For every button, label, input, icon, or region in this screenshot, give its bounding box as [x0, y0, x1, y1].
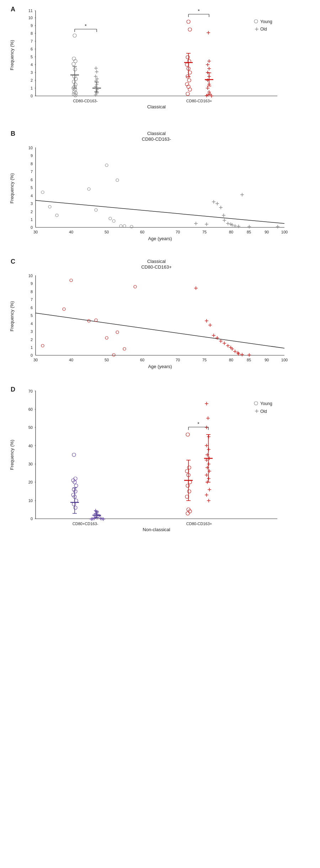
svg-text:80: 80	[229, 230, 233, 234]
svg-point-84	[186, 92, 190, 96]
scatter-old-C	[194, 286, 251, 357]
svg-text:30: 30	[33, 358, 38, 362]
svg-point-218	[123, 347, 126, 350]
svg-text:*: *	[197, 421, 199, 427]
legend-young-label-D: Young	[260, 401, 272, 406]
svg-point-155	[123, 225, 126, 227]
svg-text:8: 8	[31, 31, 33, 36]
panel-B-svg: B Classical CD80-CD163- 0 1 2 3 4 5 6 7 …	[7, 128, 313, 245]
svg-text:60: 60	[28, 407, 33, 411]
svg-point-83	[188, 88, 192, 91]
svg-text:90: 90	[265, 230, 269, 234]
svg-text:8: 8	[31, 162, 33, 166]
svg-text:3: 3	[31, 70, 33, 75]
panel-B-title1: Classical	[147, 131, 166, 136]
panel-C: C Classical CD80-CD163+ 0 1 2 3 4 5 6 7 …	[7, 256, 313, 373]
cd163plus-old-dots	[205, 402, 211, 502]
svg-point-151	[109, 217, 112, 220]
x-tick-1-D: CD80+CD163-	[73, 522, 98, 526]
svg-point-214	[95, 319, 97, 322]
svg-text:40: 40	[69, 230, 73, 234]
panel-B: B Classical CD80-CD163- 0 1 2 3 4 5 6 7 …	[7, 128, 313, 245]
scatter-old-B	[194, 193, 279, 228]
x-axis-label-B: Age (years)	[148, 236, 172, 241]
svg-point-38	[73, 90, 76, 93]
svg-text:30: 30	[33, 230, 38, 234]
svg-point-154	[119, 225, 122, 227]
legend-old-label-D: Old	[260, 409, 267, 414]
svg-point-212	[70, 279, 73, 282]
y-axis-label-C: Frequency (%)	[9, 301, 15, 331]
scatter-young-B	[41, 164, 133, 228]
svg-point-210	[41, 344, 44, 347]
svg-text:4: 4	[31, 63, 33, 67]
svg-point-72	[187, 20, 190, 23]
svg-point-278	[72, 502, 76, 506]
svg-text:1: 1	[31, 217, 33, 222]
svg-text:1: 1	[31, 345, 33, 350]
svg-point-74	[186, 55, 190, 59]
cd80pos-old-dots	[205, 31, 213, 98]
regression-line-B	[36, 200, 284, 223]
svg-text:2: 2	[31, 78, 33, 82]
svg-text:0: 0	[31, 353, 33, 357]
svg-text:4: 4	[31, 194, 33, 198]
scatter-young-C	[41, 279, 137, 356]
svg-point-217	[116, 331, 119, 334]
svg-text:10: 10	[28, 498, 33, 503]
svg-point-313	[187, 466, 191, 469]
x-axis-label-A: Classical	[147, 104, 166, 109]
figure-container: A 0 1 2 3 4	[0, 0, 320, 554]
panel-D-svg: D 0 10 20 30 40 50 60	[7, 384, 313, 540]
svg-text:6: 6	[31, 306, 33, 310]
svg-text:9: 9	[31, 281, 33, 286]
y-axis-C: 0 1 2 3 4 5 6 7 8 9 10	[28, 274, 33, 357]
svg-text:0: 0	[31, 517, 33, 521]
svg-text:5: 5	[31, 55, 33, 59]
y-axis-label-A: Frequency (%)	[9, 40, 15, 70]
svg-text:2: 2	[31, 210, 33, 214]
svg-point-147	[55, 214, 58, 217]
panel-C-title1: Classical	[147, 259, 166, 264]
svg-text:70: 70	[176, 358, 180, 362]
y-axis: 0 1 2 3 4 5 6 7	[28, 9, 36, 98]
svg-text:60: 60	[140, 358, 144, 362]
svg-text:7: 7	[31, 169, 33, 174]
svg-text:10: 10	[28, 16, 33, 20]
svg-text:6: 6	[31, 178, 33, 182]
x-tick-1-A: CD80-CD163-	[73, 99, 98, 103]
svg-point-79	[186, 75, 190, 78]
svg-text:4: 4	[31, 322, 33, 326]
svg-point-211	[63, 308, 65, 311]
svg-point-312	[186, 433, 190, 436]
svg-text:70: 70	[28, 389, 33, 393]
panel-C-title2: CD80-CD163+	[141, 264, 172, 270]
svg-text:1: 1	[31, 86, 33, 90]
svg-text:50: 50	[105, 358, 109, 362]
svg-text:85: 85	[247, 230, 251, 234]
svg-text:0: 0	[31, 94, 33, 98]
svg-text:80: 80	[229, 358, 233, 362]
x-axis-label-C: Age (years)	[148, 364, 172, 369]
panel-label-B: B	[11, 130, 15, 137]
svg-text:7: 7	[31, 297, 33, 302]
svg-point-148	[87, 188, 90, 190]
svg-point-26	[73, 34, 76, 37]
svg-point-149	[95, 209, 97, 211]
svg-text:*: *	[198, 8, 200, 14]
svg-point-152	[112, 220, 115, 222]
svg-point-317	[186, 484, 190, 487]
svg-point-150	[105, 164, 108, 167]
svg-text:6: 6	[31, 47, 33, 51]
svg-text:10: 10	[28, 274, 33, 278]
panel-label-A: A	[11, 6, 15, 13]
y-axis-label-B: Frequency (%)	[9, 173, 15, 203]
panel-label-C: C	[11, 258, 15, 265]
svg-text:75: 75	[202, 230, 207, 234]
panel-D: D 0 10 20 30 40 50 60	[7, 384, 313, 540]
x-axis-B: 30 40 50 60 70 75 80 85 90 100	[33, 230, 288, 234]
svg-text:*: *	[85, 23, 87, 29]
svg-text:2: 2	[31, 338, 33, 342]
svg-text:3: 3	[31, 201, 33, 206]
y-axis-D: 0 10 20 30 40 50 60 70	[28, 389, 36, 521]
